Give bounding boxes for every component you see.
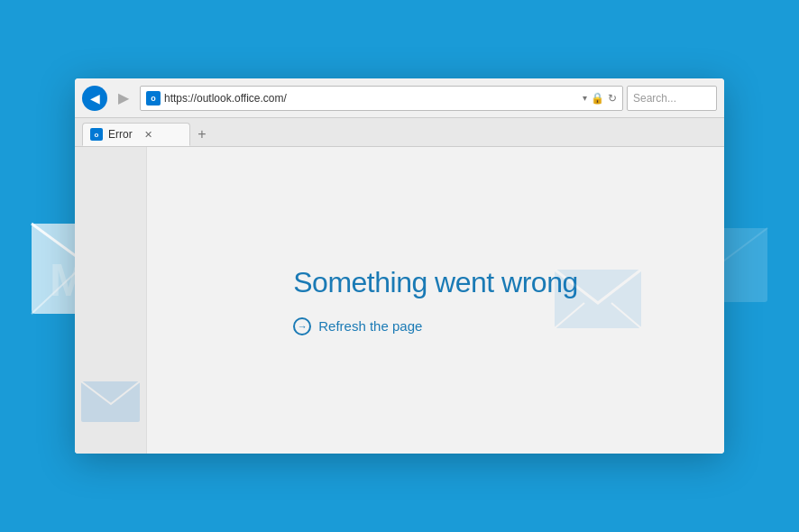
- active-tab[interactable]: o Error ✕: [82, 123, 190, 146]
- refresh-label: Refresh the page: [318, 318, 422, 334]
- refresh-arrow-icon: →: [298, 321, 308, 332]
- search-placeholder: Search...: [633, 92, 676, 105]
- new-tab-button[interactable]: +: [190, 123, 214, 146]
- back-arrow-icon: ◀: [90, 91, 100, 105]
- tab-bar: o Error ✕ +: [75, 118, 724, 147]
- browser-window: ◀ ▶ o https://outlook.office.com/ ▾ 🔒 ↻ …: [75, 78, 724, 454]
- page-watermark-envelope: [553, 262, 643, 338]
- tab-favicon: o: [90, 128, 103, 141]
- search-bar[interactable]: Search...: [627, 86, 717, 111]
- browser-toolbar: ◀ ▶ o https://outlook.office.com/ ▾ 🔒 ↻ …: [75, 78, 724, 118]
- site-favicon: o: [146, 91, 161, 105]
- page-sidebar: [75, 147, 147, 454]
- refresh-link[interactable]: → Refresh the page: [293, 317, 578, 335]
- tab-favicon-letter: o: [95, 131, 99, 139]
- tab-label: Error: [108, 128, 133, 141]
- error-title: Something went wrong: [293, 266, 578, 299]
- page-content: Something went wrong → Refresh the page: [75, 147, 724, 454]
- new-tab-icon: +: [197, 126, 206, 142]
- tab-close-button[interactable]: ✕: [142, 127, 156, 142]
- url-text: https://outlook.office.com/: [164, 92, 579, 105]
- address-bar[interactable]: o https://outlook.office.com/ ▾ 🔒 ↻: [140, 86, 623, 111]
- lock-icon: 🔒: [591, 92, 604, 105]
- forward-button[interactable]: ▶: [111, 86, 136, 111]
- refresh-circle-icon: →: [293, 317, 311, 335]
- dropdown-icon: ▾: [583, 93, 587, 103]
- favicon-letter: o: [151, 94, 156, 103]
- refresh-icon: ↻: [608, 92, 617, 105]
- back-button[interactable]: ◀: [82, 86, 107, 111]
- address-bar-icons: ▾ 🔒 ↻: [583, 92, 617, 105]
- forward-arrow-icon: ▶: [118, 89, 129, 106]
